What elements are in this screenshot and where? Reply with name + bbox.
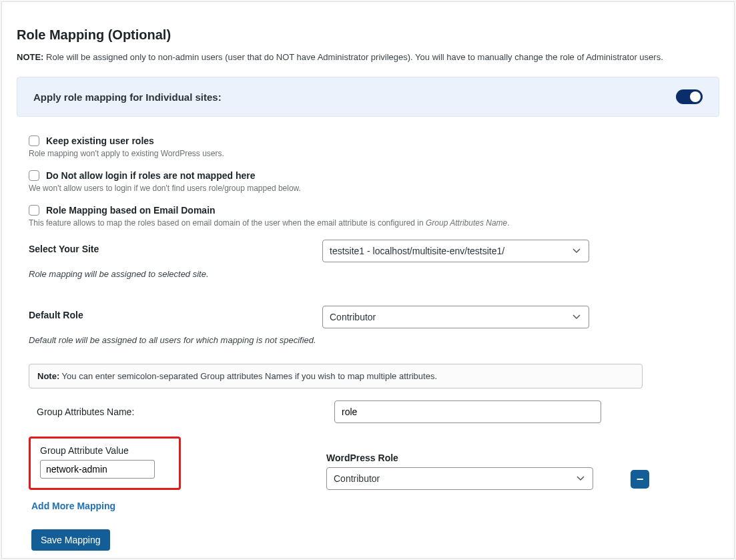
individual-sites-toggle[interactable] — [676, 89, 703, 104]
note-label: NOTE: — [17, 52, 43, 62]
toggle-label: Apply role mapping for Individual sites: — [33, 91, 222, 103]
nologin-label: Do Not allow login if roles are not mapp… — [46, 170, 255, 181]
checkbox-row-emaildomain: Role Mapping based on Email Domain — [29, 205, 719, 216]
default-role-field: Default Role Contributor Default role wi… — [29, 306, 719, 360]
keep-roles-help: Role mapping won't apply to existing Wor… — [29, 149, 719, 158]
wprole-label: WordPress Role — [326, 453, 593, 463]
emaildomain-help-pre: This feature allows to map the roles bas… — [29, 218, 426, 228]
note-row: NOTE: Role will be assigned only to non-… — [17, 52, 719, 62]
ga-name-label: Group Attributes Name: — [37, 406, 334, 417]
default-role-help: Default role will be assigned to all use… — [29, 335, 589, 345]
keep-roles-checkbox[interactable] — [29, 135, 39, 146]
remove-mapping-button[interactable]: − — [631, 470, 649, 489]
default-role-label: Default Role — [29, 306, 322, 320]
default-role-select[interactable]: Contributor — [322, 306, 589, 328]
checkbox-row-keep: Keep existing user roles — [29, 135, 719, 146]
group-attribute-value-box: Group Attribute Value — [29, 437, 181, 490]
group-attributes-name-row: Group Attributes Name: — [37, 400, 719, 423]
site-select[interactable]: testsite1 - localhost/multisite-env/test… — [322, 240, 589, 262]
ga-name-input[interactable] — [334, 400, 601, 423]
site-label: Select Your Site — [29, 240, 322, 254]
checkbox-row-nologin: Do Not allow login if roles are not mapp… — [29, 170, 719, 181]
save-mapping-button[interactable]: Save Mapping — [31, 529, 110, 551]
emaildomain-checkbox[interactable] — [29, 205, 39, 216]
site-help: Role mapping will be assigned to selecte… — [29, 269, 589, 279]
role-mapping-panel: Role Mapping (Optional) NOTE: Role will … — [1, 1, 735, 559]
add-mapping-link[interactable]: Add More Mapping — [31, 501, 115, 511]
nologin-help: We won't allow users to login if we don'… — [29, 184, 719, 193]
page-title: Role Mapping (Optional) — [17, 27, 719, 43]
emaildomain-help-post: . — [507, 218, 509, 228]
minus-icon: − — [637, 473, 644, 485]
nologin-checkbox[interactable] — [29, 170, 39, 181]
gav-label: Group Attribute Value — [40, 445, 172, 456]
mapping-row: Group Attribute Value WordPress Role Con… — [29, 437, 719, 490]
gav-input[interactable] — [40, 460, 155, 479]
note-text: Role will be assigned only to non-admin … — [46, 52, 663, 62]
wp-role-column: WordPress Role Contributor — [326, 453, 593, 490]
emaildomain-label: Role Mapping based on Email Domain — [46, 205, 216, 216]
toggle-bar: Apply role mapping for Individual sites: — [17, 77, 719, 117]
emaildomain-help: This feature allows to map the roles bas… — [29, 218, 719, 228]
keep-roles-label: Keep existing user roles — [46, 135, 154, 146]
site-field: Select Your Site testsite1 - localhost/m… — [29, 240, 719, 294]
note-box-text: You can enter semicolon-separated Group … — [62, 371, 437, 381]
wprole-select[interactable]: Contributor — [326, 467, 593, 490]
note-box: Note: You can enter semicolon-separated … — [29, 364, 643, 388]
emaildomain-help-em: Group Attributes Name — [426, 218, 507, 228]
note-box-label: Note: — [37, 371, 59, 381]
